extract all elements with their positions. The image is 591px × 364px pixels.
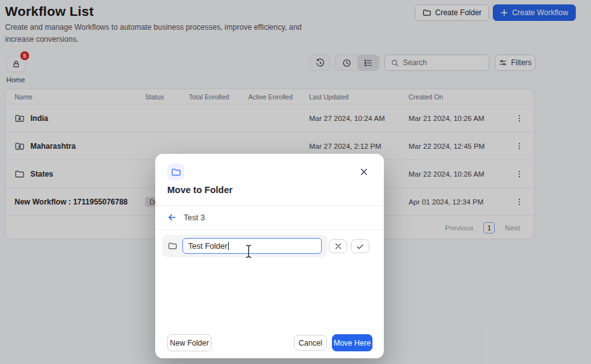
- new-folder-button[interactable]: New Folder: [167, 334, 212, 351]
- folder-icon: [168, 241, 177, 251]
- close-icon: [334, 242, 342, 250]
- check-icon: [356, 242, 364, 251]
- modal-divider: [155, 205, 384, 206]
- text-caret: [228, 242, 229, 250]
- modal-title: Move to Folder: [167, 185, 232, 195]
- folder-name-input[interactable]: [182, 238, 322, 254]
- modal-folder-icon-badge: [167, 163, 184, 180]
- cancel-button[interactable]: Cancel: [294, 335, 327, 351]
- folder-rename-row: [162, 235, 327, 257]
- move-to-folder-modal: Move to Folder Test 3 New Folder Cancel …: [155, 154, 384, 358]
- rename-confirm-button[interactable]: [351, 239, 369, 253]
- current-folder-label: Test 3: [184, 213, 205, 222]
- rename-cancel-button[interactable]: [329, 239, 347, 253]
- workflow-list-screen: Workflow List Create and manage Workflow…: [0, 0, 591, 364]
- move-here-button[interactable]: Move Here: [332, 334, 372, 351]
- folder-icon: [171, 167, 181, 177]
- modal-folder-breadcrumb: Test 3: [167, 213, 205, 222]
- close-icon: [360, 168, 368, 176]
- back-arrow-icon[interactable]: [167, 213, 177, 222]
- modal-close-button[interactable]: [357, 165, 371, 179]
- modal-divider: [155, 229, 384, 230]
